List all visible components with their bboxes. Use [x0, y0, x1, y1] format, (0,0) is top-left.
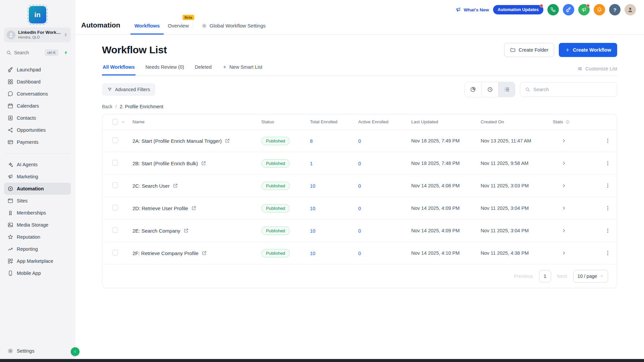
view-toggle-pie[interactable]	[465, 82, 481, 97]
external-link-icon[interactable]	[225, 138, 230, 143]
chevron-down-icon[interactable]	[121, 120, 125, 124]
nav-icon	[7, 186, 13, 192]
quick-actions-button[interactable]	[62, 49, 70, 57]
pagination-previous[interactable]: Previous	[512, 272, 535, 281]
page-size-select[interactable]: 10 / page	[573, 270, 608, 283]
row-checkbox[interactable]	[112, 160, 118, 166]
resources-button[interactable]	[563, 4, 574, 15]
expand-stats-button[interactable]	[561, 138, 567, 144]
sidebar-item-conversations[interactable]: Conversations	[4, 88, 71, 100]
tab-all-workflows[interactable]: All Workflows	[102, 62, 136, 75]
sidebar-item-mobile-app[interactable]: Mobile App	[4, 267, 71, 279]
user-avatar[interactable]	[625, 4, 636, 15]
create-folder-button[interactable]: Create Folder	[504, 43, 554, 57]
row-menu-button[interactable]	[604, 137, 611, 144]
workflow-name-link[interactable]: 2E: Search Company	[132, 228, 180, 234]
active-enrolled-link[interactable]: 0	[358, 183, 361, 189]
create-workflow-button[interactable]: Create Workflow	[559, 43, 617, 57]
workflow-name-link[interactable]: 2C: Search User	[132, 183, 170, 189]
pagination-next[interactable]: Next	[555, 272, 569, 281]
sidebar-item-ai-agents[interactable]: AI Agents	[4, 159, 71, 171]
active-enrolled-link[interactable]: 0	[358, 161, 361, 166]
active-enrolled-link[interactable]: 0	[358, 251, 361, 256]
whats-new-button[interactable]: What's New	[455, 7, 489, 13]
expand-stats-button[interactable]	[561, 250, 567, 256]
sidebar-collapse-button[interactable]	[71, 347, 79, 356]
total-enrolled-link[interactable]: 1	[310, 161, 313, 166]
row-menu-button[interactable]	[604, 182, 611, 189]
row-menu-button[interactable]	[604, 250, 611, 256]
external-link-icon[interactable]	[173, 183, 178, 188]
active-enrolled-link[interactable]: 0	[358, 206, 361, 211]
active-enrolled-link[interactable]: 0	[358, 138, 361, 144]
help-button[interactable]: ?	[609, 4, 621, 15]
row-menu-button[interactable]	[604, 205, 611, 212]
sidebar-item-reporting[interactable]: Reporting	[4, 243, 71, 255]
sidebar-item-dashboard[interactable]: Dashboard	[4, 76, 71, 88]
total-enrolled-link[interactable]: 8	[310, 138, 313, 144]
sidebar-item-app-marketplace[interactable]: App Marketplace	[4, 255, 71, 267]
row-checkbox[interactable]	[112, 227, 118, 233]
breadcrumb-back[interactable]: Back	[102, 104, 112, 109]
table-search-input[interactable]	[533, 87, 612, 92]
sidebar-search[interactable]: Search ctrl K	[5, 47, 59, 58]
sidebar-item-reputation[interactable]: Reputation	[4, 231, 71, 243]
view-toggle-clock[interactable]	[481, 82, 498, 97]
workflow-name-link[interactable]: 2F: Retrieve Company Profile	[132, 250, 199, 256]
row-checkbox[interactable]	[112, 182, 118, 188]
sidebar-item-memberships[interactable]: Memberships	[4, 207, 71, 219]
sidebar-item-calendars[interactable]: Calendars	[4, 100, 71, 112]
tab-needs-review-0[interactable]: Needs Review (0)	[145, 62, 185, 75]
sidebar-item-marketing[interactable]: Marketing	[4, 171, 71, 183]
expand-stats-button[interactable]	[561, 183, 567, 189]
sidebar-item-settings[interactable]: Settings	[4, 345, 71, 357]
row-checkbox[interactable]	[112, 205, 118, 210]
external-link-icon[interactable]	[183, 228, 189, 233]
tab-workflows[interactable]: Workflows	[130, 23, 164, 35]
sidebar-item-automation[interactable]: Automation	[4, 183, 71, 195]
account-switcher[interactable]: LinkedIn For Workflo... Hendra, QLD	[4, 27, 71, 42]
beta-badge: Beta	[182, 15, 194, 20]
row-menu-button[interactable]	[604, 160, 611, 167]
total-enrolled-link[interactable]: 10	[310, 228, 315, 234]
notifications-button[interactable]	[594, 4, 605, 15]
agency-logo[interactable]: in	[4, 4, 71, 27]
tab-deleted[interactable]: Deleted	[194, 62, 212, 75]
expand-stats-button[interactable]	[561, 228, 567, 234]
tab-global-workflow-settings[interactable]: Global Workflow Settings	[198, 23, 270, 35]
external-link-icon[interactable]	[202, 250, 207, 256]
pagination-page-1[interactable]: 1	[539, 270, 551, 282]
customize-list-button[interactable]: Customize List	[577, 66, 617, 75]
active-enrolled-link[interactable]: 0	[358, 228, 361, 234]
external-link-icon[interactable]	[201, 161, 206, 166]
sidebar-item-media-storage[interactable]: Media Storage	[4, 219, 71, 231]
sidebar-item-payments[interactable]: Payments	[4, 136, 71, 148]
nav-icon	[7, 162, 13, 168]
workflow-name-link[interactable]: 2B: Start (Profile Enrich Bulk)	[132, 161, 198, 166]
row-checkbox[interactable]	[112, 250, 118, 255]
expand-stats-button[interactable]	[561, 160, 567, 166]
last-updated-value: Nov 18 2025, 7:49 PM	[411, 138, 481, 143]
view-toggle-list[interactable]	[498, 82, 515, 97]
sidebar-item-sites[interactable]: Sites	[4, 195, 71, 207]
expand-stats-button[interactable]	[561, 205, 567, 211]
select-all-checkbox[interactable]	[112, 119, 118, 125]
announcements-button[interactable]	[578, 4, 590, 15]
workflow-name-link[interactable]: 2A: Start (Profile Enrich Manual Trigger…	[132, 138, 222, 144]
nav-icon	[7, 115, 13, 121]
row-menu-button[interactable]	[604, 227, 611, 234]
total-enrolled-link[interactable]: 10	[310, 251, 315, 256]
sidebar-item-opportunities[interactable]: Opportunities	[4, 124, 71, 136]
workflow-name-link[interactable]: 2D: Retrieve User Profile	[132, 205, 188, 211]
automation-updates-pill[interactable]: Automation Updates	[493, 5, 543, 14]
sidebar-item-contacts[interactable]: Contacts	[4, 112, 71, 124]
tab-new-smart-list[interactable]: New Smart List	[222, 62, 263, 75]
sidebar-item-launchpad[interactable]: Launchpad	[4, 64, 71, 76]
advanced-filters-button[interactable]: Advanced Filters	[102, 83, 155, 96]
total-enrolled-link[interactable]: 10	[310, 206, 315, 211]
tab-overview[interactable]: Overview Beta	[164, 23, 193, 35]
row-checkbox[interactable]	[112, 137, 118, 143]
total-enrolled-link[interactable]: 10	[310, 183, 315, 189]
phone-button[interactable]	[547, 4, 559, 15]
external-link-icon[interactable]	[191, 205, 197, 211]
